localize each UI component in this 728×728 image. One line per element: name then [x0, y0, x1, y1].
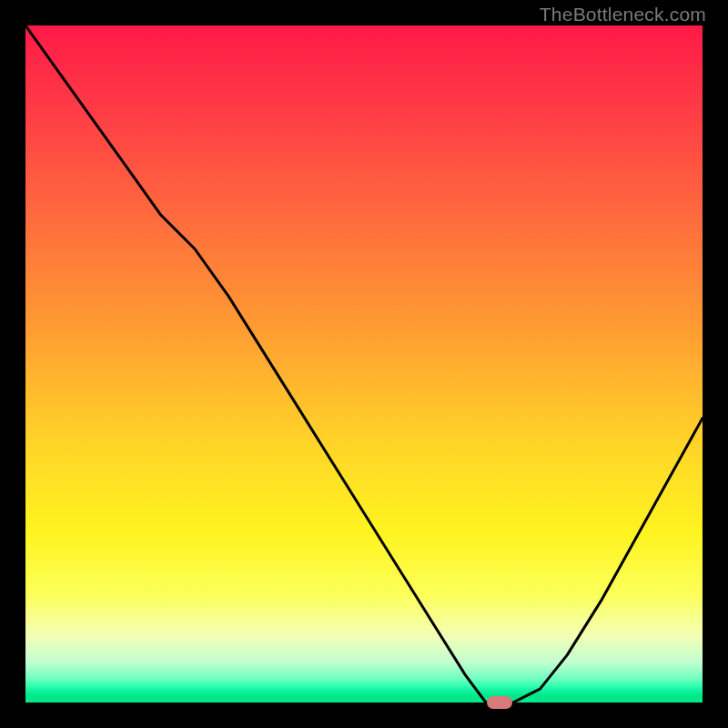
bottleneck-curve: [25, 25, 703, 703]
watermark-text: TheBottleneck.com: [540, 4, 706, 25]
plot-area: [25, 25, 703, 703]
optimal-marker: [487, 696, 512, 709]
chart-frame: TheBottleneck.com: [0, 0, 728, 728]
